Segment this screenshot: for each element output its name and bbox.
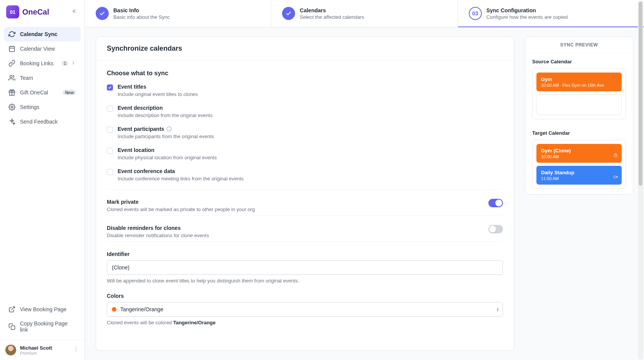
sidebar-item-feedback[interactable]: Send Feedback — [4, 114, 81, 129]
toggle-mark-private-row: Mark private Cloned events will be marke… — [107, 199, 503, 212]
check-icon — [285, 10, 292, 17]
info-icon[interactable] — [166, 126, 172, 132]
target-calendar-box: Gym (Clone) 10:00 AM Daily Standup 11:00… — [532, 140, 626, 189]
colors-label: Colors — [107, 293, 503, 299]
step-current-number: 03 — [469, 7, 482, 20]
sidebar-item-label: Settings — [20, 104, 40, 110]
sidebar-item-booking-links[interactable]: Booking Links 1 — [4, 56, 81, 71]
option-label: Event participants — [118, 126, 164, 132]
users-icon — [8, 74, 15, 81]
target-event-daily-standup: Daily Standup 11:00 AM — [536, 166, 622, 185]
switch-disable-reminders[interactable] — [488, 225, 503, 233]
sync-options-heading: Choose what to sync — [107, 70, 503, 77]
checkbox-event-conference[interactable] — [107, 169, 113, 175]
checkbox-event-location[interactable] — [107, 148, 113, 154]
toggle-disable-reminders-row: Disable reminders for clones Disable rem… — [107, 225, 503, 238]
checkbox-event-description[interactable] — [107, 106, 113, 112]
source-event-placeholder — [536, 94, 622, 115]
option-label: Event conference data — [118, 168, 244, 174]
sidebar-nav: Calendar Sync Calendar View Booking Link… — [0, 24, 85, 299]
check-icon — [99, 10, 105, 17]
divider — [107, 215, 503, 216]
gear-icon — [8, 104, 15, 111]
color-swatch — [112, 307, 116, 312]
sidebar-item-settings[interactable]: Settings — [4, 100, 81, 114]
step-calendars[interactable]: Calendars Select the affected calendars — [271, 0, 458, 27]
divider — [107, 189, 503, 190]
toggle-desc: Cloned events will be marked as private … — [107, 206, 255, 212]
option-event-description: Event description Include description fr… — [107, 105, 503, 118]
step-done-icon — [96, 7, 109, 20]
option-desc: Include physical location from original … — [118, 155, 217, 160]
sidebar-item-team[interactable]: Team — [4, 71, 81, 85]
checkbox-event-titles[interactable] — [107, 84, 113, 91]
toggle-label: Disable reminders for clones — [107, 225, 209, 231]
checkbox-event-participants[interactable] — [107, 127, 113, 133]
svg-point-4 — [10, 75, 12, 78]
sidebar-item-gift[interactable]: Gift OneCal New — [4, 85, 81, 100]
link-icon — [8, 60, 15, 67]
sparkle-icon — [8, 118, 15, 125]
event-title: Daily Standup — [541, 170, 617, 175]
user-footer: Michael Scott Premium — [0, 340, 85, 360]
source-calendar-label: Source Calendar — [532, 59, 626, 64]
stepper: Basic Info Basic info about the Sync Cal… — [85, 0, 644, 27]
sidebar-item-label: Booking Links — [20, 60, 53, 66]
sidebar-item-copy-booking-link[interactable]: Copy Booking Page link — [4, 317, 81, 337]
svg-rect-0 — [9, 46, 15, 52]
step-desc: Configure how the events are copied — [486, 14, 568, 20]
target-event-gym-clone: Gym (Clone) 10:00 AM — [536, 144, 622, 163]
colors-selected-value: Tangerine/Orange — [120, 306, 163, 312]
step-basic-info[interactable]: Basic Info Basic info about the Sync — [85, 0, 271, 27]
identifier-helper: Will be appended to clone event titles t… — [107, 278, 503, 284]
step-done-icon — [282, 7, 295, 20]
user-menu-button[interactable] — [73, 346, 79, 354]
brand-logo-icon: 01 — [6, 5, 19, 18]
identifier-label: Identifier — [107, 251, 503, 257]
option-desc: Include participants from the original e… — [118, 134, 214, 139]
calendar-icon — [8, 45, 15, 52]
sidebar-item-calendar-sync[interactable]: Calendar Sync — [4, 27, 81, 41]
sidebar-item-view-booking-page[interactable]: View Booking Page — [4, 302, 81, 317]
option-desc: Include original event titles to clones — [118, 91, 198, 97]
user-plan: Premium — [20, 351, 52, 355]
event-subtitle: 10:00 AM · Flex Gym on 16th Ave — [541, 83, 617, 88]
switch-mark-private[interactable] — [488, 199, 503, 207]
sidebar-item-calendar-view[interactable]: Calendar View — [4, 41, 81, 56]
sidebar-header: 01 OneCal — [0, 0, 85, 24]
preview-card: SYNC PREVIEW Source Calendar Gym 10:00 A… — [525, 36, 633, 195]
sidebar-item-label: Copy Booking Page link — [20, 320, 76, 333]
option-event-participants: Event participants Include participants … — [107, 126, 503, 139]
step-title: Sync Configuration — [486, 7, 568, 13]
sidebar: 01 OneCal Calendar Sync Calendar View Bo… — [0, 0, 85, 360]
option-desc: Include description from the original ev… — [118, 112, 212, 118]
svg-point-7 — [11, 106, 13, 108]
step-desc: Basic info about the Sync — [113, 14, 170, 20]
chevron-left-icon — [71, 8, 77, 14]
svg-rect-17 — [614, 176, 616, 178]
sidebar-item-label: Send Feedback — [20, 119, 58, 125]
sidebar-item-label: Team — [20, 75, 33, 81]
option-label: Event location — [118, 147, 217, 153]
target-calendar-block: Target Calendar Gym (Clone) 10:00 AM Dai… — [525, 125, 633, 194]
svg-marker-18 — [616, 176, 617, 178]
booking-links-count-badge: 1 — [61, 61, 68, 66]
svg-point-10 — [76, 347, 76, 348]
scrollbar-track[interactable] — [638, 1, 643, 359]
preview-title: SYNC PREVIEW — [525, 37, 633, 53]
new-badge: New — [63, 90, 76, 95]
sidebar-collapse-button[interactable] — [69, 7, 78, 17]
preview-panel: SYNC PREVIEW Source Calendar Gym 10:00 A… — [525, 36, 633, 351]
switch-knob — [489, 226, 496, 233]
scrollbar-thumb[interactable] — [639, 2, 642, 186]
event-title: Gym — [541, 76, 617, 82]
chevron-right-icon — [71, 60, 76, 67]
colors-select[interactable]: Tangerine/Orange ▴▾ — [107, 302, 503, 317]
identifier-input[interactable] — [107, 260, 503, 275]
avatar — [5, 345, 16, 355]
event-subtitle: 11:00 AM — [541, 176, 617, 181]
event-title: Gym (Clone) — [541, 148, 617, 154]
svg-point-11 — [76, 349, 76, 350]
event-subtitle: 10:00 AM — [541, 154, 617, 159]
step-sync-configuration[interactable]: 03 Sync Configuration Configure how the … — [458, 0, 644, 27]
